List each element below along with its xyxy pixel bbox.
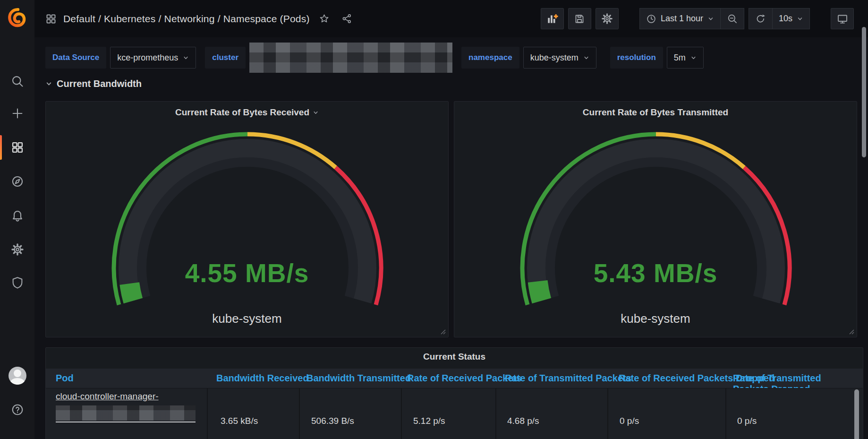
template-variables-row: Data Source kce-prometheus cluster names…	[45, 47, 713, 69]
variable-resolution-value-text: 5m	[674, 53, 686, 63]
monitor-icon	[837, 13, 848, 25]
kiosk-mode-button[interactable]	[831, 8, 854, 29]
chevron-down-icon	[583, 55, 589, 61]
plus-icon	[11, 107, 24, 120]
grafana-logo[interactable]	[0, 0, 34, 36]
column-divider	[401, 388, 402, 439]
time-picker-group: Last 1 hour	[639, 8, 744, 29]
variable-resolution-label: resolution	[610, 47, 663, 69]
refresh-interval-picker[interactable]: 10s	[773, 8, 810, 29]
column-header-rate-received-packets[interactable]: Rate of Received Packets	[407, 373, 521, 384]
refresh-icon	[755, 13, 766, 24]
save-icon	[574, 13, 585, 25]
table-header-row: Pod Bandwidth Received Bandwidth Transmi…	[46, 369, 863, 388]
panel-title-received[interactable]: Current Rate of Bytes Received	[46, 107, 448, 118]
variable-namespace-value-text: kube-system	[530, 53, 579, 63]
column-header-bandwidth-received[interactable]: Bandwidth Received	[216, 373, 309, 384]
panel-bytes-transmitted: Current Rate of Bytes Transmitted 5.43 M…	[454, 101, 857, 337]
search-icon	[11, 75, 24, 88]
breadcrumb: Default / Kubernetes / Networking / Name…	[45, 11, 355, 27]
table-panel-title[interactable]: Current Status	[46, 352, 863, 362]
row-title: Current Bandwidth	[57, 78, 142, 89]
column-divider	[299, 388, 300, 439]
compass-icon	[11, 175, 24, 188]
gauge-value-received: 4.55 MB/s	[46, 258, 448, 288]
cell-rate-transmitted-packets-dropped: 0 p/s	[737, 416, 757, 426]
sidebar-explore[interactable]	[0, 166, 34, 197]
cell-rate-received-packets-dropped: 0 p/s	[620, 416, 639, 426]
bell-icon	[11, 209, 24, 222]
save-dashboard-button[interactable]	[568, 8, 591, 29]
variable-datasource-value[interactable]: kce-prometheus	[110, 47, 196, 69]
panel-resize-handle[interactable]	[441, 329, 446, 335]
variable-datasource-label: Data Source	[45, 47, 106, 69]
dashboard-settings-button[interactable]	[596, 8, 619, 29]
row-current-bandwidth[interactable]: Current Bandwidth	[45, 78, 142, 89]
pod-name-redacted[interactable]	[56, 405, 196, 422]
variable-namespace-label: namespace	[461, 47, 519, 69]
variable-datasource-value-text: kce-prometheus	[117, 53, 178, 63]
gauge-arc-transmitted	[454, 121, 858, 328]
chevron-down-icon	[797, 16, 803, 22]
column-header-pod[interactable]: Pod	[56, 373, 74, 384]
column-divider	[725, 388, 726, 439]
star-icon	[319, 13, 330, 24]
column-divider	[495, 388, 496, 439]
chevron-down-icon	[183, 55, 189, 61]
table-scrollbar-thumb[interactable]	[854, 389, 859, 439]
column-divider	[607, 388, 608, 439]
clock-icon	[646, 14, 656, 24]
user-avatar	[9, 367, 26, 385]
dashboard-toolbar: Last 1 hour 10s	[541, 8, 854, 29]
sidebar-create[interactable]	[0, 98, 34, 129]
share-button[interactable]	[339, 11, 355, 27]
chevron-down-icon	[707, 16, 714, 22]
favorite-button[interactable]	[316, 11, 332, 27]
sidebar-dashboards[interactable]	[0, 132, 34, 163]
chevron-down-icon	[690, 55, 697, 61]
panel-resize-handle[interactable]	[849, 329, 854, 335]
panel-current-status: Current Status Pod Bandwidth Received Ba…	[45, 347, 863, 439]
cell-rate-received-packets: 5.12 p/s	[413, 416, 445, 426]
gauge-arc-received	[46, 121, 449, 328]
panel-bytes-received: Current Rate of Bytes Received 4.55 MB/s…	[45, 101, 449, 337]
sidebar-search[interactable]	[0, 66, 34, 96]
variable-cluster-label: cluster	[205, 47, 246, 69]
gauge-label-transmitted: kube-system	[454, 311, 857, 326]
help-icon	[11, 403, 24, 416]
variable-namespace-value[interactable]: kube-system	[523, 47, 596, 69]
breadcrumb-text[interactable]: Default / Kubernetes / Networking / Name…	[63, 13, 310, 25]
sidebar-user[interactable]	[0, 361, 34, 391]
pod-link[interactable]: cloud-controller-manager-	[56, 391, 159, 402]
variable-resolution-value[interactable]: 5m	[667, 47, 704, 69]
panel-menu-chevron-icon	[313, 110, 319, 116]
gear-icon	[11, 243, 24, 256]
share-icon	[341, 13, 352, 24]
refresh-interval-label: 10s	[779, 14, 792, 24]
sidebar-alerting[interactable]	[0, 200, 34, 231]
zoom-out-button[interactable]	[721, 8, 744, 29]
time-range-picker[interactable]: Last 1 hour	[639, 8, 721, 29]
cell-bandwidth-received: 3.65 kB/s	[221, 416, 258, 426]
cell-rate-transmitted-packets: 4.68 p/s	[507, 416, 539, 426]
panel-title-transmitted[interactable]: Current Rate of Bytes Transmitted	[454, 107, 857, 118]
time-range-label: Last 1 hour	[661, 14, 703, 24]
gauge-label-received: kube-system	[46, 311, 448, 326]
variable-cluster-value-redacted[interactable]	[249, 43, 452, 73]
variable-datasource: Data Source kce-prometheus	[45, 47, 196, 69]
column-header-bandwidth-transmitted[interactable]: Bandwidth Transmitted	[306, 373, 411, 384]
variable-namespace: namespace kube-system	[461, 47, 596, 69]
gear-icon	[601, 13, 613, 25]
cell-bandwidth-transmitted: 506.39 B/s	[311, 416, 354, 426]
add-panel-icon	[546, 13, 558, 25]
zoom-out-icon	[727, 13, 738, 24]
add-panel-button[interactable]	[541, 8, 564, 29]
refresh-button[interactable]	[749, 8, 773, 29]
sidebar-help[interactable]	[0, 395, 34, 425]
sidebar	[0, 0, 34, 439]
sidebar-configuration[interactable]	[0, 234, 34, 265]
sidebar-server-admin[interactable]	[0, 267, 34, 298]
page-scrollbar-thumb[interactable]	[862, 27, 866, 157]
column-header-rate-transmitted-packets[interactable]: Rate of Transmitted Packets	[505, 373, 631, 384]
apps-grid-icon	[45, 13, 57, 25]
